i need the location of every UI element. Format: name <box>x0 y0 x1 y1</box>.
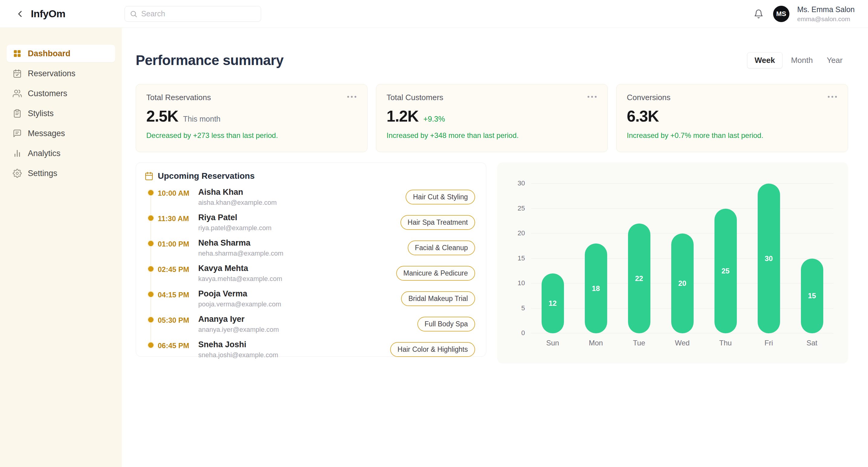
sidebar-item-label: Reservations <box>28 69 75 78</box>
chart-bar[interactable]: 25 <box>714 209 737 333</box>
sidebar-item-analytics[interactable]: Analytics <box>7 145 115 162</box>
more-options-button[interactable] <box>347 93 357 101</box>
timeline-dot-icon <box>148 292 154 297</box>
range-toggle: Week Month Year <box>747 52 848 68</box>
top-bar: InfyOm MS Ms. Emma Salon emma@salon.com <box>0 0 868 28</box>
y-tick-label: 5 <box>521 304 525 312</box>
app-root: InfyOm MS Ms. Emma Salon emma@salon.com … <box>0 0 868 467</box>
service-badge[interactable]: Hair Spa Treatment <box>400 215 475 230</box>
bar-value-label: 18 <box>592 284 600 293</box>
sidebar-item-customers[interactable]: Customers <box>7 85 115 102</box>
timeline-dot-icon <box>148 215 154 221</box>
reservation-row[interactable]: 10:00 AM Aisha Khan aisha.khan@example.c… <box>145 187 475 207</box>
timeline-dot-icon <box>148 241 154 246</box>
sidebar-item-label: Customers <box>28 89 67 98</box>
stat-value: 1.2K <box>386 107 418 125</box>
service-badge[interactable]: Hair Cut & Styling <box>406 189 475 204</box>
y-tick-label: 30 <box>518 179 525 187</box>
reservation-list: 10:00 AM Aisha Khan aisha.khan@example.c… <box>145 187 475 359</box>
service-badge[interactable]: Manicure & Pedicure <box>396 266 475 281</box>
message-icon <box>13 129 22 138</box>
reservation-time: 02:45 PM <box>158 264 198 274</box>
top-bar-right: MS Ms. Emma Salon emma@salon.com <box>752 5 855 23</box>
bar-value-label: 30 <box>765 254 773 263</box>
sidebar-item-messages[interactable]: Messages <box>7 125 115 142</box>
range-option-week[interactable]: Week <box>747 52 782 68</box>
more-options-button[interactable] <box>827 93 837 101</box>
reservation-row[interactable]: 11:30 AM Riya Patel riya.patel@example.c… <box>145 213 475 232</box>
y-tick-label: 25 <box>518 204 525 212</box>
range-option-month[interactable]: Month <box>785 53 818 68</box>
service-badge[interactable]: Facial & Cleanup <box>408 240 475 255</box>
sidebar-item-stylists[interactable]: Stylists <box>7 105 115 122</box>
chart-bar-column: 30 <box>747 183 790 333</box>
search-icon <box>130 10 137 18</box>
search-box[interactable] <box>125 6 261 22</box>
calendar-icon <box>145 172 154 181</box>
chart-bar-column: 18 <box>574 183 617 333</box>
stat-change: Decreased by +273 less than last period. <box>146 131 357 140</box>
sidebar-item-dashboard[interactable]: Dashboard <box>7 45 115 62</box>
chart-bar[interactable]: 22 <box>628 224 650 333</box>
stat-card-total-customers: Total Customers 1.2K +9.3% Increased by … <box>376 84 608 152</box>
weekly-reservations-chart: 05101520253012182220253015 SunMonTueWedT… <box>497 163 848 363</box>
bar-chart-icon <box>13 149 22 158</box>
chart-category-label: Tue <box>617 339 661 347</box>
bell-icon <box>754 9 764 19</box>
chart-bar-column: 12 <box>531 183 574 333</box>
notifications-button[interactable] <box>752 7 765 21</box>
chart-bar-column: 15 <box>790 183 834 333</box>
stat-value: 6.3K <box>627 107 659 125</box>
customer-name: Aisha Khan <box>198 187 400 197</box>
reservation-row[interactable]: 04:15 PM Pooja Verma pooja.verma@example… <box>145 289 475 308</box>
chart-category-label: Wed <box>661 339 704 347</box>
customer-name: Riya Patel <box>198 213 395 222</box>
reservation-row[interactable]: 01:00 PM Neha Sharma neha.sharma@example… <box>145 238 475 257</box>
upcoming-header: Upcoming Reservations <box>145 171 475 181</box>
stat-suffix: +9.3% <box>424 115 445 123</box>
timeline-dot-icon <box>148 190 154 195</box>
sidebar-item-label: Analytics <box>28 149 60 158</box>
reservation-row[interactable]: 05:30 PM Ananya Iyer ananya.iyer@example… <box>145 315 475 333</box>
chart-category-label: Fri <box>747 339 790 347</box>
customer-name: Kavya Mehta <box>198 264 390 273</box>
user-name: Ms. Emma Salon <box>797 5 855 14</box>
stat-suffix: This month <box>183 115 221 123</box>
stat-title: Conversions <box>627 93 671 102</box>
stat-change: Increased by +348 more than last period. <box>386 131 597 140</box>
chevron-left-icon <box>15 9 25 19</box>
reservation-time: 10:00 AM <box>158 187 198 198</box>
chart-bar[interactable]: 18 <box>585 243 607 333</box>
bar-value-label: 20 <box>678 279 686 288</box>
content-row: Upcoming Reservations 10:00 AM Aisha Kha… <box>136 163 848 363</box>
chart-bar[interactable]: 20 <box>671 233 693 333</box>
chart-bar[interactable]: 12 <box>541 273 564 333</box>
sidebar-item-settings[interactable]: Settings <box>7 165 115 182</box>
customer-email: kavya.mehta@example.com <box>198 275 390 283</box>
app-logo: InfyOm <box>31 8 65 20</box>
reservation-time: 04:15 PM <box>158 289 198 299</box>
reservation-row[interactable]: 02:45 PM Kavya Mehta kavya.mehta@example… <box>145 264 475 283</box>
range-option-year[interactable]: Year <box>821 53 848 68</box>
chart-bar[interactable]: 15 <box>801 259 823 333</box>
more-options-button[interactable] <box>587 93 597 101</box>
clipboard-icon <box>13 109 22 118</box>
avatar[interactable]: MS <box>773 6 789 22</box>
chart-bar[interactable]: 30 <box>758 183 780 333</box>
stat-title: Total Reservations <box>146 93 211 102</box>
y-tick-label: 0 <box>521 329 525 337</box>
reservation-row[interactable]: 06:45 PM Sneha Joshi sneha.joshi@example… <box>145 340 475 359</box>
service-badge[interactable]: Hair Color & Highlights <box>390 342 475 357</box>
back-button[interactable] <box>13 7 27 21</box>
customer-name: Pooja Verma <box>198 289 395 298</box>
customer-email: riya.patel@example.com <box>198 224 395 232</box>
stats-row: Total Reservations 2.5K This month Decre… <box>136 84 848 152</box>
gear-icon <box>13 169 22 178</box>
stat-change: Increased by +0.7% more than last period… <box>627 131 837 140</box>
customer-email: sneha.joshi@example.com <box>198 351 384 359</box>
service-badge[interactable]: Bridal Makeup Trial <box>401 291 475 306</box>
sidebar-item-reservations[interactable]: Reservations <box>7 65 115 82</box>
user-email: emma@salon.com <box>797 16 855 23</box>
service-badge[interactable]: Full Body Spa <box>417 317 475 331</box>
search-input[interactable] <box>141 9 256 18</box>
